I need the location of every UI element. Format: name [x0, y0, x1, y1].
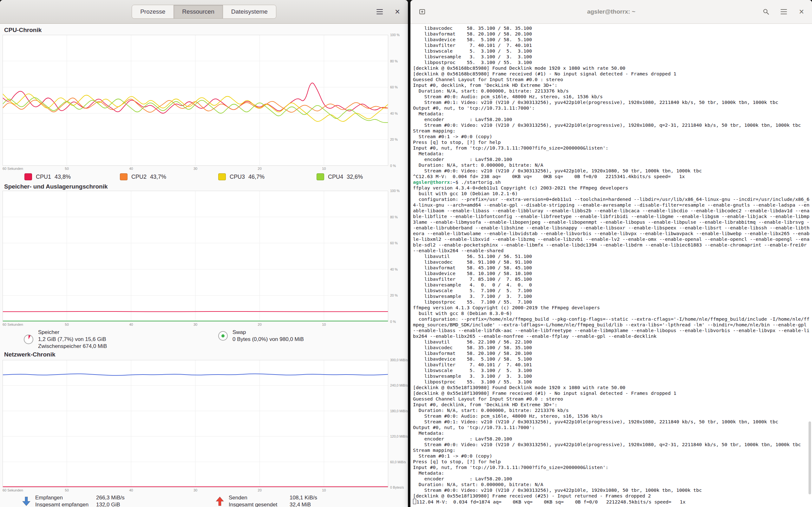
- terminal-line: Stream #0:0: Video: v210 (V210 / 0x30313…: [413, 442, 809, 447]
- cpu4-value: 32,6%: [347, 174, 363, 180]
- terminal-line: Stream #0:1 -> #0:0 (copy): [413, 134, 809, 139]
- terminal-line: Stream mapping:: [413, 128, 809, 134]
- receive-total: 132,0 GiB: [96, 501, 125, 507]
- search-icon: [763, 9, 769, 15]
- network-x-axis: 60 Sekunden5040302010: [0, 487, 408, 493]
- cpu3-value: 46,7%: [248, 174, 264, 180]
- new-tab-icon: [419, 9, 425, 15]
- terminal-line: 112.04 M-V: 0.034 fd=1874 aq= 0KB vq= 0K…: [413, 499, 809, 505]
- cpu-chart-plot: [3, 35, 388, 166]
- x-axis-tick-label: 50: [65, 167, 69, 170]
- terminal-line: [decklink @ 0x55e18f130980] Found Deckli…: [413, 385, 809, 390]
- swap-label: Swap: [233, 329, 304, 336]
- x-axis-tick-label: 60 Sekunden: [3, 488, 23, 492]
- terminal-line: libavfilter 7. 40.101 / 7. 40.101: [413, 43, 809, 48]
- memory-legend-item: Speicher 1,2 GiB (7,7%) von 15,6 GiB Zwi…: [24, 329, 107, 350]
- terminal-menu-button[interactable]: [776, 4, 791, 19]
- y-axis-tick-label: 60 %: [390, 85, 398, 89]
- send-rate: 108,1 KiB/s: [290, 494, 317, 501]
- terminal-line: Stream #0:0: Video: v210 (V210 / 0x30313…: [413, 168, 809, 174]
- new-tab-button[interactable]: [415, 4, 429, 19]
- terminal-line: libavfilter 7. 85.100 / 7. 85.100: [413, 276, 809, 282]
- terminal-headerbar[interactable]: agsler@thorrx: ~ ×: [410, 0, 812, 24]
- terminal-line: Output #0, nut, to 'tcp://10.73.1.11:700…: [413, 105, 809, 111]
- receive-label: Empfangen: [35, 494, 91, 501]
- swap-legend-item: Swap 0 Bytes (0,0%) von 980,0 MiB: [218, 329, 304, 343]
- memory-legend: Speicher 1,2 GiB (7,7%) von 15,6 GiB Zwi…: [0, 329, 408, 351]
- terminal-line: libswscale 5. 7.100 / 5. 7.100: [413, 288, 809, 293]
- terminal-line: Stream #0:1 -> #0:0 (copy): [413, 453, 809, 459]
- cpu-section-title: CPU-Chronik: [4, 26, 42, 34]
- x-axis-tick-label: 10: [322, 167, 326, 170]
- terminal-scrollbar[interactable]: [809, 421, 811, 494]
- network-history-chart: 300,0 MiB/s240,0 MiB/s180,0 MiB/s120,0 M…: [0, 360, 408, 487]
- cpu-history-chart: 100 %80 %60 %40 %20 %0 % 60 Sekunden5040…: [0, 35, 408, 166]
- system-monitor-headerbar[interactable]: Prozesse Ressourcen Dateisysteme ×: [0, 0, 408, 24]
- search-button[interactable]: [759, 4, 773, 19]
- tab-prozesse[interactable]: Prozesse: [132, 5, 174, 19]
- tab-ressourcen[interactable]: Ressourcen: [173, 5, 223, 19]
- terminal-line: Stream mapping:: [413, 447, 809, 453]
- terminal-line: libavutil 56. 51.100 / 56. 51.100: [413, 253, 809, 259]
- x-axis-tick-label: 60 Sekunden: [3, 167, 23, 170]
- memory-usage-text: 1,2 GiB (7,7%) von 15,6 GiB: [38, 336, 107, 343]
- x-axis-tick-label: 40: [129, 323, 133, 326]
- terminal-line: Stream #0:0: Audio: pcm_s16le, 48000 Hz,…: [413, 94, 809, 100]
- terminal-line: ^C12.63 M-V: 0.004 fd= 238 aq= 0KB vq= 0…: [413, 174, 809, 179]
- terminal-line: Duration: N/A, start: 0.000000, bitrate:…: [413, 482, 809, 487]
- terminal-close-button[interactable]: ×: [794, 4, 809, 19]
- x-axis-tick-label: 40: [129, 167, 133, 170]
- network-chart-plot: [3, 360, 388, 487]
- send-label: Senden: [229, 494, 285, 501]
- system-monitor-window: Prozesse Ressourcen Dateisysteme × CPU-C…: [0, 0, 408, 507]
- y-axis-tick-label: 300,0 MiB/s: [390, 358, 408, 362]
- cpu1-label: CPU1: [36, 174, 51, 180]
- terminal-line: Press [q] to stop, [?] for help: [413, 139, 809, 145]
- menu-button[interactable]: [372, 4, 387, 19]
- terminal-line: libavdevice 58. 5.100 / 58. 5.100: [413, 356, 809, 362]
- terminal-line: libavresample 4. 0. 0 / 4. 0. 0: [413, 282, 809, 288]
- y-axis-tick-label: 20 %: [390, 293, 398, 297]
- terminal-line: libavformat 58. 45.100 / 58. 45.100: [413, 265, 809, 271]
- x-axis-tick-label: 30: [194, 167, 197, 170]
- close-window-button[interactable]: ×: [390, 4, 405, 19]
- cpu1-legend-item: CPU1 43,8%: [24, 173, 71, 181]
- network-section-title: Netzwerk-Chronik: [4, 351, 55, 358]
- terminal-line: Input #0, nut, from 'tcp://10.73.1.11:70…: [413, 145, 809, 151]
- cpu4-color-swatch: [316, 173, 324, 180]
- hamburger-icon: [376, 11, 383, 12]
- terminal-line: encoder : Lavf58.20.100: [413, 117, 809, 122]
- terminal-line: Metadata:: [413, 151, 809, 157]
- swap-usage-text: 0 Bytes (0,0%) von 980,0 MiB: [233, 336, 304, 343]
- network-legend: Empfangen 266,3 MiB/s Insgesamt empfange…: [0, 494, 408, 507]
- terminal-line: libswresample 3. 3.100 / 3. 3.100: [413, 54, 809, 60]
- cpu3-color-swatch: [218, 173, 226, 180]
- cpu1-color-swatch: [24, 173, 32, 180]
- y-axis-tick-label: 240,0 MiB/s: [390, 383, 408, 387]
- x-axis-tick-label: 60 Sekunden: [3, 323, 23, 326]
- receive-total-label: Insgesamt empfangen: [35, 501, 91, 507]
- terminal-line: libavformat 58. 20.100 / 58. 20.100: [413, 350, 809, 356]
- cpu3-label: CPU3: [230, 174, 245, 180]
- terminal-line: libswscale 5. 3.100 / 5. 3.100: [413, 368, 809, 373]
- terminal-line: Metadata:: [413, 470, 809, 476]
- terminal-line: built with gcc 8 (Debian 8.3.0-6): [413, 311, 809, 316]
- terminal-line: libavcodec 58. 35.100 / 58. 35.100: [413, 25, 809, 31]
- x-axis-tick-label: 10: [322, 323, 326, 326]
- x-axis-tick-label: 20: [258, 323, 262, 326]
- close-icon: ×: [799, 8, 804, 16]
- x-axis-tick-label: 30: [194, 323, 197, 326]
- y-axis-tick-label: 60 %: [390, 241, 398, 245]
- cpu2-color-swatch: [120, 173, 128, 180]
- terminal-line: libavcodec 58. 91.100 / 58. 91.100: [413, 259, 809, 265]
- terminal-body[interactable]: libavcodec 58. 35.100 / 58. 35.100 libav…: [410, 24, 812, 507]
- tab-dateisysteme[interactable]: Dateisysteme: [223, 5, 276, 19]
- terminal-line: libpostproc 55. 3.100 / 55. 3.100: [413, 60, 809, 65]
- close-icon: ×: [395, 8, 400, 16]
- terminal-line: libpostproc 55. 3.100 / 55. 3.100: [413, 379, 809, 385]
- terminal-line: Guessed Channel Layout for Input Stream …: [413, 396, 809, 402]
- terminal-line: libswscale 5. 3.100 / 5. 3.100: [413, 48, 809, 54]
- memory-cache-text: Zwischenspeicher 674,0 MiB: [38, 343, 107, 350]
- terminal-line: agsler@thorrx:~$ ./startorig.sh: [413, 179, 809, 185]
- terminal-line: libavcodec 58. 35.100 / 58. 35.100: [413, 345, 809, 350]
